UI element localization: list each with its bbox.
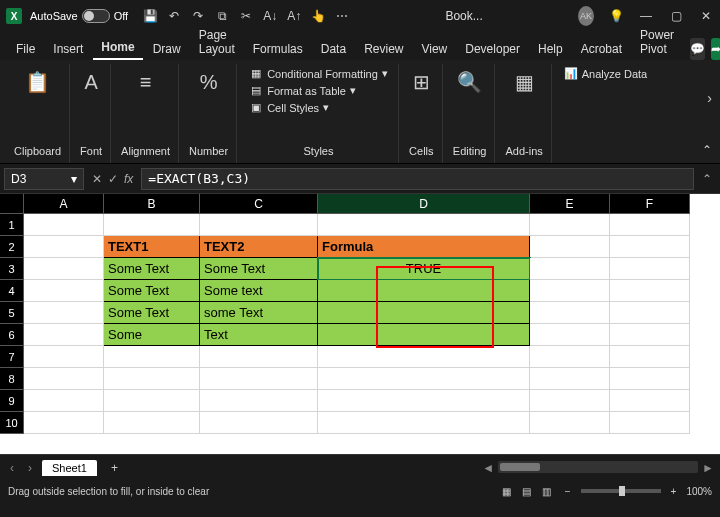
cell[interactable] <box>104 390 200 412</box>
editing-button[interactable]: 🔍 <box>453 66 486 98</box>
cell[interactable] <box>530 258 610 280</box>
cell-d4[interactable] <box>318 280 530 302</box>
zoom-slider[interactable] <box>581 489 661 493</box>
cell-b4[interactable]: Some Text <box>104 280 200 302</box>
row-header-8[interactable]: 8 <box>0 368 24 390</box>
cell-b2[interactable]: TEXT1 <box>104 236 200 258</box>
cell[interactable] <box>530 368 610 390</box>
cell-c2[interactable]: TEXT2 <box>200 236 318 258</box>
horizontal-scrollbar[interactable]: ◄ ► <box>132 461 714 475</box>
zoom-out-icon[interactable]: − <box>565 486 571 497</box>
fx-icon[interactable]: fx <box>124 172 133 186</box>
cell-c5[interactable]: some Text <box>200 302 318 324</box>
cell[interactable] <box>318 346 530 368</box>
share-button[interactable]: ➦ <box>711 38 720 60</box>
cell-b3[interactable]: Some Text <box>104 258 200 280</box>
cut-icon[interactable]: ✂ <box>238 9 254 23</box>
cell-b5[interactable]: Some Text <box>104 302 200 324</box>
cell[interactable] <box>104 214 200 236</box>
name-box[interactable]: D3▾ <box>4 168 84 190</box>
cell-b6[interactable]: Some <box>104 324 200 346</box>
tab-review[interactable]: Review <box>356 38 411 60</box>
cell[interactable] <box>318 390 530 412</box>
cell[interactable] <box>200 368 318 390</box>
user-avatar[interactable]: AK <box>578 6 594 26</box>
row-header-1[interactable]: 1 <box>0 214 24 236</box>
cell[interactable] <box>610 258 690 280</box>
cell[interactable] <box>530 412 610 434</box>
cell[interactable] <box>24 302 104 324</box>
cell[interactable] <box>24 280 104 302</box>
row-header-6[interactable]: 6 <box>0 324 24 346</box>
conditional-formatting-button[interactable]: ▦Conditional Formatting ▾ <box>247 66 390 81</box>
chevron-down-icon[interactable]: ▾ <box>71 172 77 186</box>
cell[interactable] <box>610 368 690 390</box>
zoom-level[interactable]: 100% <box>686 486 712 497</box>
cell[interactable] <box>104 412 200 434</box>
cell[interactable] <box>200 412 318 434</box>
cell[interactable] <box>24 390 104 412</box>
tab-insert[interactable]: Insert <box>45 38 91 60</box>
autosave-toggle[interactable]: AutoSave Off <box>30 9 128 23</box>
tab-acrobat[interactable]: Acrobat <box>573 38 630 60</box>
cell[interactable] <box>200 346 318 368</box>
undo-icon[interactable]: ↶ <box>166 9 182 23</box>
save-icon[interactable]: 💾 <box>142 9 158 23</box>
cell[interactable] <box>530 236 610 258</box>
tab-view[interactable]: View <box>413 38 455 60</box>
alignment-button[interactable]: ≡ <box>136 66 156 98</box>
cell[interactable] <box>610 280 690 302</box>
collapse-ribbon-icon[interactable]: ⌃ <box>702 143 712 157</box>
tab-developer[interactable]: Developer <box>457 38 528 60</box>
touch-mode-icon[interactable]: 👆 <box>310 9 326 23</box>
page-break-view-icon[interactable]: ▥ <box>538 486 555 497</box>
cell[interactable] <box>318 368 530 390</box>
tab-data[interactable]: Data <box>313 38 354 60</box>
cell[interactable] <box>24 258 104 280</box>
formula-bar[interactable]: =EXACT(B3,C3) <box>141 168 694 190</box>
cell[interactable] <box>610 324 690 346</box>
cell-d5[interactable] <box>318 302 530 324</box>
tab-draw[interactable]: Draw <box>145 38 189 60</box>
scroll-right-icon[interactable]: ► <box>702 461 714 475</box>
addins-button[interactable]: ▦ <box>511 66 538 98</box>
cell[interactable] <box>318 214 530 236</box>
sheet-nav-next-icon[interactable]: › <box>24 461 36 475</box>
cell[interactable] <box>610 236 690 258</box>
cell-c6[interactable]: Text <box>200 324 318 346</box>
cell[interactable] <box>200 214 318 236</box>
cell-d3[interactable]: TRUE <box>318 258 530 280</box>
row-header-4[interactable]: 4 <box>0 280 24 302</box>
cell[interactable] <box>24 214 104 236</box>
cell[interactable] <box>530 346 610 368</box>
page-layout-view-icon[interactable]: ▤ <box>518 486 535 497</box>
cell[interactable] <box>24 368 104 390</box>
cells-button[interactable]: ⊞ <box>409 66 434 98</box>
cell[interactable] <box>530 324 610 346</box>
row-header-7[interactable]: 7 <box>0 346 24 368</box>
cell[interactable] <box>104 368 200 390</box>
analyze-data-button[interactable]: 📊Analyze Data <box>562 66 649 81</box>
add-sheet-icon[interactable]: + <box>103 461 126 475</box>
cancel-formula-icon[interactable]: ✕ <box>92 172 102 186</box>
toggle-switch[interactable] <box>82 9 110 23</box>
sheet-tab[interactable]: Sheet1 <box>42 460 97 476</box>
tab-formulas[interactable]: Formulas <box>245 38 311 60</box>
sort-desc-icon[interactable]: A↑ <box>286 9 302 23</box>
cell[interactable] <box>318 412 530 434</box>
cell[interactable] <box>610 412 690 434</box>
cell[interactable] <box>200 390 318 412</box>
col-header-b[interactable]: B <box>104 194 200 214</box>
row-header-5[interactable]: 5 <box>0 302 24 324</box>
minimize-icon[interactable]: ― <box>638 9 654 23</box>
col-header-e[interactable]: E <box>530 194 610 214</box>
cell-styles-button[interactable]: ▣Cell Styles ▾ <box>247 100 390 115</box>
tab-file[interactable]: File <box>8 38 43 60</box>
cell[interactable] <box>530 302 610 324</box>
cell[interactable] <box>24 346 104 368</box>
col-header-f[interactable]: F <box>610 194 690 214</box>
scroll-thumb[interactable] <box>500 463 540 471</box>
cell[interactable] <box>530 280 610 302</box>
cell-c3[interactable]: Some Text <box>200 258 318 280</box>
redo-icon[interactable]: ↷ <box>190 9 206 23</box>
